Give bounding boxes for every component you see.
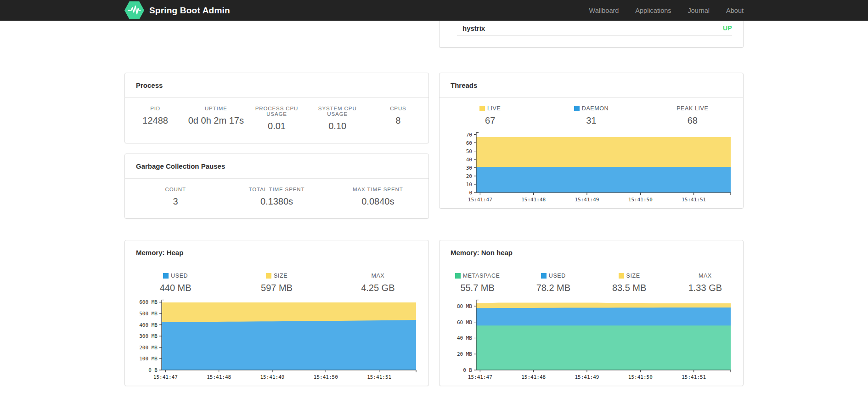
legend-item-max: MAX 1.33 GB	[667, 273, 743, 293]
stat-gc-total-time: TOTAL TIME SPENT 0.1380s	[226, 187, 327, 207]
stat-label: CPUS	[368, 106, 428, 111]
svg-text:15:41:51: 15:41:51	[367, 374, 391, 380]
legend-item-metaspace: METASPACE 55.7 MB	[440, 273, 515, 293]
legend-item-used: USED 78.2 MB	[515, 273, 591, 293]
stat-system-cpu: SYSTEM CPU USAGE 0.10	[307, 106, 368, 131]
threads-chart: 01020304050607015:41:4715:41:4815:41:491…	[440, 130, 743, 208]
stat-gc-count: COUNT 3	[125, 187, 226, 207]
brand-title: Spring Boot Admin	[149, 6, 230, 16]
svg-text:15:41:48: 15:41:48	[521, 197, 546, 203]
legend-value: 55.7 MB	[440, 283, 515, 293]
stat-value: 3	[125, 196, 226, 207]
nav-item-applications[interactable]: Applications	[635, 7, 671, 14]
memory-heap-legend: USED 440 MB SIZE 597 MB	[125, 265, 428, 293]
gc-card-title: Garbage Collection Pauses	[125, 154, 428, 179]
legend-value: 68	[642, 115, 743, 126]
navbar: Spring Boot Admin Wallboard Applications…	[0, 0, 868, 21]
svg-text:40: 40	[466, 157, 472, 163]
threads-card-title: Threads	[440, 73, 743, 98]
svg-text:15:41:49: 15:41:49	[260, 374, 284, 380]
memory-nonheap-card: Memory: Non heap METASPACE 55.7 MB	[439, 240, 744, 386]
memory-nonheap-card-title: Memory: Non heap	[440, 240, 743, 265]
svg-text:100 MB: 100 MB	[139, 356, 158, 362]
legend-item-live: LIVE 67	[440, 105, 541, 126]
legend-item-used: USED 440 MB	[125, 273, 226, 293]
stat-label: UPTIME	[186, 106, 246, 111]
threads-card: Threads LIVE 67 DAEMON	[439, 73, 744, 209]
legend-value: 4.25 GB	[327, 283, 428, 293]
svg-text:10: 10	[466, 182, 472, 188]
legend-value: 67	[440, 115, 541, 126]
application-row: hystrix UP	[457, 21, 732, 36]
svg-text:15:41:49: 15:41:49	[575, 374, 599, 380]
legend-label-row: METASPACE	[440, 273, 515, 279]
svg-text:300 MB: 300 MB	[139, 333, 158, 339]
svg-text:15:41:51: 15:41:51	[682, 374, 706, 380]
legend-label: DAEMON	[582, 105, 609, 112]
legend-label-row: LIVE	[440, 105, 541, 112]
stat-label: SYSTEM CPU USAGE	[307, 106, 368, 117]
legend-label-row: USED	[125, 273, 226, 279]
stat-process-cpu: PROCESS CPU USAGE 0.01	[246, 106, 307, 131]
legend-item-size: SIZE 597 MB	[226, 273, 327, 293]
svg-text:500 MB: 500 MB	[139, 311, 158, 317]
legend-label: METASPACE	[463, 273, 500, 279]
gc-stats: COUNT 3 TOTAL TIME SPENT 0.1380s MAX TIM…	[125, 179, 428, 218]
size-swatch-icon	[266, 273, 271, 279]
nav-links: Wallboard Applications Journal About	[589, 7, 744, 14]
legend-label: MAX	[699, 273, 712, 279]
page: Spring Boot Admin Wallboard Applications…	[0, 0, 868, 410]
stat-value: 0.0840s	[327, 196, 428, 207]
memory-heap-card-title: Memory: Heap	[125, 240, 428, 265]
stat-value: 12488	[125, 115, 186, 126]
svg-text:40 MB: 40 MB	[457, 335, 472, 341]
svg-text:15:41:50: 15:41:50	[314, 374, 338, 380]
size-swatch-icon	[619, 273, 624, 279]
legend-value: 440 MB	[125, 283, 226, 293]
memory-heap-card: Memory: Heap USED 440 MB	[124, 240, 429, 386]
navbar-inner: Spring Boot Admin Wallboard Applications…	[124, 0, 744, 21]
svg-text:15:41:48: 15:41:48	[521, 374, 546, 380]
legend-item-size: SIZE 83.5 MB	[592, 273, 667, 293]
legend-label-row: SIZE	[592, 273, 667, 279]
process-card-title: Process	[125, 73, 428, 98]
memory-heap-column: Memory: Heap USED 440 MB	[124, 240, 429, 386]
memory-nonheap-legend: METASPACE 55.7 MB USED 78.2 MB	[440, 265, 743, 293]
legend-label: USED	[171, 273, 188, 279]
empty-column	[124, 21, 429, 48]
right-column: Threads LIVE 67 DAEMON	[439, 73, 744, 219]
stat-label: PROCESS CPU USAGE	[246, 106, 307, 117]
nav-item-wallboard[interactable]: Wallboard	[589, 7, 619, 14]
svg-text:70: 70	[466, 132, 472, 138]
nav-item-journal[interactable]: Journal	[688, 7, 710, 14]
gc-card: Garbage Collection Pauses COUNT 3 TOTAL …	[124, 154, 429, 219]
svg-text:15:41:50: 15:41:50	[628, 197, 653, 203]
main-content: hystrix UP Process PID 12488	[124, 21, 744, 386]
legend-item-peak-live: PEAK LIVE 68	[642, 105, 743, 126]
legend-label-row: DAEMON	[541, 105, 642, 112]
brand-link[interactable]: Spring Boot Admin	[124, 1, 230, 19]
svg-text:80 MB: 80 MB	[457, 303, 472, 309]
svg-text:200 MB: 200 MB	[139, 345, 158, 351]
legend-label: SIZE	[626, 273, 640, 279]
legend-label-row: SIZE	[226, 273, 327, 279]
legend-label: PEAK LIVE	[676, 105, 708, 112]
application-name-link[interactable]: hystrix	[462, 24, 485, 32]
stat-value: 0.01	[246, 121, 307, 131]
live-swatch-icon	[479, 106, 485, 111]
left-column: Process PID 12488 UPTIME 0d 0h 2m 17s PR…	[124, 73, 429, 219]
used-swatch-icon	[163, 273, 169, 279]
stat-value: 8	[368, 115, 428, 126]
status-up-badge: UP	[723, 24, 732, 32]
stat-gc-max-time: MAX TIME SPENT 0.0840s	[327, 187, 428, 207]
svg-text:15:41:50: 15:41:50	[628, 374, 653, 380]
legend-value: 31	[541, 115, 642, 126]
nav-item-about[interactable]: About	[726, 7, 744, 14]
legend-label: MAX	[371, 273, 384, 279]
svg-text:30: 30	[466, 165, 472, 171]
svg-text:15:41:47: 15:41:47	[468, 374, 492, 380]
application-column: hystrix UP	[439, 21, 744, 48]
process-stats: PID 12488 UPTIME 0d 0h 2m 17s PROCESS CP…	[125, 98, 428, 143]
row-process-threads: Process PID 12488 UPTIME 0d 0h 2m 17s PR…	[124, 73, 744, 219]
legend-item-daemon: DAEMON 31	[541, 105, 642, 126]
